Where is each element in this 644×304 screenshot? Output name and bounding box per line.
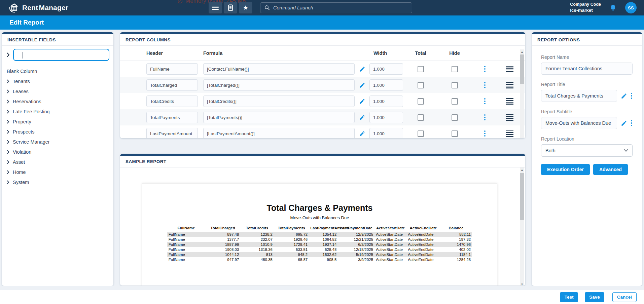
column-header-input[interactable] <box>146 63 198 75</box>
report-location-select[interactable]: Both <box>541 144 633 157</box>
chevron-right-icon[interactable] <box>7 130 9 134</box>
edit-formula-pencil-icon[interactable] <box>355 130 369 137</box>
column-width-input[interactable] <box>369 79 403 91</box>
collapse-chevron-icon[interactable] <box>7 52 10 57</box>
report-column-row <box>120 109 525 125</box>
sample-report-scrollbar[interactable]: ▲ ▼ <box>520 167 524 286</box>
column-formula-input[interactable] <box>203 112 355 123</box>
field-search-input[interactable] <box>14 49 109 60</box>
hide-checkbox[interactable] <box>452 130 458 137</box>
recent-list-button[interactable] <box>224 2 237 13</box>
insertable-field-item[interactable]: Blank Column <box>2 66 113 76</box>
chevron-right-icon[interactable] <box>7 120 9 124</box>
row-kebab-menu-icon[interactable] <box>471 114 499 120</box>
advanced-button[interactable]: Advanced <box>593 164 628 175</box>
report-title-input[interactable] <box>541 90 617 102</box>
chevron-right-icon[interactable] <box>7 170 9 174</box>
command-launch-search[interactable] <box>260 2 412 13</box>
row-drag-handle-icon[interactable] <box>499 66 521 72</box>
hide-checkbox[interactable] <box>452 82 458 88</box>
insertable-field-item[interactable]: Property <box>2 117 113 127</box>
report-subtitle-input[interactable] <box>541 117 617 129</box>
scroll-down-arrow-icon[interactable]: ▼ <box>520 282 524 286</box>
cancel-button[interactable]: Cancel <box>612 292 637 302</box>
row-drag-handle-icon[interactable] <box>499 114 521 121</box>
insertable-field-item[interactable]: Home <box>2 167 113 177</box>
column-formula-input[interactable] <box>203 96 355 107</box>
preview-table-cell: 1044.12 <box>205 252 240 257</box>
column-header-input[interactable] <box>146 96 198 107</box>
column-header-input[interactable] <box>146 112 198 123</box>
edit-formula-pencil-icon[interactable] <box>355 114 369 121</box>
edit-formula-pencil-icon[interactable] <box>355 98 369 105</box>
scrollbar-thumb[interactable] <box>520 54 524 84</box>
command-launch-input[interactable] <box>273 5 408 10</box>
kebab-menu-icon[interactable] <box>631 93 632 99</box>
user-avatar[interactable]: SS <box>625 2 637 13</box>
total-checkbox[interactable] <box>418 130 424 137</box>
edit-pencil-icon[interactable] <box>621 120 627 126</box>
insertable-field-item[interactable]: Tenants <box>2 76 113 86</box>
kebab-menu-icon[interactable] <box>631 120 632 126</box>
total-checkbox[interactable] <box>418 114 424 121</box>
preview-column-header: TotalCharged <box>205 226 240 232</box>
scroll-up-arrow-icon[interactable]: ▲ <box>520 49 524 54</box>
row-kebab-menu-icon[interactable] <box>471 82 499 88</box>
insertable-field-item[interactable]: Late Fee Posting <box>2 107 113 117</box>
column-header-input[interactable] <box>146 79 198 91</box>
total-checkbox[interactable] <box>418 82 424 88</box>
main-menu-button[interactable] <box>209 2 222 13</box>
preview-table: FullNameTotalChargedTotalCreditsTotalPay… <box>167 226 472 262</box>
column-formula-input[interactable] <box>203 63 355 75</box>
notification-bell-icon[interactable] <box>610 4 616 11</box>
insertable-field-item[interactable]: Asset <box>2 157 113 167</box>
test-button[interactable]: Test <box>560 292 578 302</box>
rent-manager-logo[interactable]: RentManager <box>0 3 68 13</box>
row-kebab-menu-icon[interactable] <box>471 98 499 104</box>
column-width-input[interactable] <box>369 63 403 75</box>
row-drag-handle-icon[interactable] <box>499 130 521 137</box>
hide-checkbox[interactable] <box>452 66 458 72</box>
chevron-right-icon[interactable] <box>7 100 9 104</box>
save-button[interactable]: Save <box>585 292 604 302</box>
chevron-right-icon[interactable] <box>7 160 9 164</box>
preview-table-body: FullName897.481238.2695.721354.1212/9/20… <box>167 232 472 262</box>
column-formula-input[interactable] <box>203 79 355 91</box>
row-drag-handle-icon[interactable] <box>499 98 521 105</box>
hide-checkbox[interactable] <box>452 114 458 121</box>
chevron-right-icon[interactable] <box>7 140 9 144</box>
total-checkbox[interactable] <box>418 98 424 105</box>
insertable-field-item[interactable]: Service Manager <box>2 137 113 147</box>
row-drag-handle-icon[interactable] <box>499 82 521 88</box>
favorites-button[interactable]: ★ <box>239 2 252 13</box>
insertable-field-item[interactable]: System <box>2 177 113 187</box>
chevron-right-icon[interactable] <box>7 180 9 184</box>
insertable-field-item[interactable]: Prospects <box>2 127 113 137</box>
row-kebab-menu-icon[interactable] <box>471 130 499 137</box>
chevron-right-icon[interactable] <box>7 110 9 114</box>
total-checkbox[interactable] <box>418 66 424 72</box>
chevron-right-icon[interactable] <box>7 89 9 93</box>
edit-formula-pencil-icon[interactable] <box>355 82 369 88</box>
row-kebab-menu-icon[interactable] <box>471 66 499 72</box>
column-width-input[interactable] <box>369 96 403 107</box>
report-columns-scrollbar[interactable]: ▲ <box>520 49 524 138</box>
column-width-input[interactable] <box>369 112 403 123</box>
column-width-input[interactable] <box>369 128 403 138</box>
chevron-down-icon <box>624 149 628 152</box>
scroll-up-arrow-icon[interactable]: ▲ <box>520 167 524 172</box>
preview-table-cell: ActiveEndDate <box>406 247 440 252</box>
edit-pencil-icon[interactable] <box>621 93 627 99</box>
edit-formula-pencil-icon[interactable] <box>355 66 369 72</box>
execution-order-button[interactable]: Execution Order <box>541 164 590 175</box>
insertable-field-item[interactable]: Reservations <box>2 97 113 107</box>
insertable-field-item[interactable]: Violation <box>2 147 113 157</box>
column-formula-input[interactable] <box>203 128 355 138</box>
report-name-input[interactable] <box>541 63 633 75</box>
chevron-right-icon[interactable] <box>7 150 9 154</box>
column-header-input[interactable] <box>146 128 198 138</box>
hide-checkbox[interactable] <box>452 98 458 105</box>
insertable-field-item[interactable]: Leases <box>2 86 113 97</box>
scrollbar-thumb[interactable] <box>520 173 524 220</box>
chevron-right-icon[interactable] <box>7 79 9 83</box>
